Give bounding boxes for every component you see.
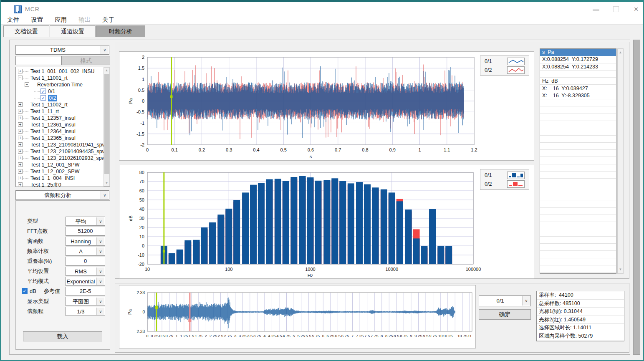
scroll-down-icon[interactable]: ▼ [618,267,623,273]
setting-input-4[interactable]: 0 [66,257,105,266]
load-button[interactable]: 载入 [23,331,102,341]
minimize-button[interactable] [589,5,603,14]
format-button[interactable]: 格式 [62,56,110,65]
tree-item-label: Test 1_1_004_INSI [30,175,75,182]
tree-item[interactable]: −Test 1_11001_rt [16,75,104,81]
checkbox-checked-icon[interactable]: ✓ [40,88,46,94]
selection-info-list: 采样率: 44100总采样数: 485100光标1(绿): 0.31044光标2… [536,291,624,341]
svg-text:1.2: 1.2 [471,147,477,152]
checkbox-checked-icon[interactable]: ✓ [40,95,46,101]
scrollbar-thumb[interactable] [104,74,109,174]
cursor-handle [155,306,158,309]
scroll-up-icon[interactable]: ▲ [618,50,623,56]
tree-item[interactable]: +Test 1_25度0 [16,182,104,187]
main-vertical-scrollbar[interactable] [633,40,640,355]
db-checkbox-checked-icon[interactable]: ✓ [22,288,28,294]
time-waveform-chart[interactable]: 21.510.50-0.5-1-1.5-200.10.20.30.40.50.6… [119,51,534,161]
svg-text:Pa: Pa [127,309,132,315]
expand-icon[interactable]: + [18,102,23,107]
setting-input-1[interactable]: 51200 [66,227,105,236]
setting-select-6[interactable]: Exponential∨ [66,277,105,286]
expand-icon[interactable]: + [18,69,23,73]
setting-select-9[interactable]: 1/3∨ [66,307,105,316]
expand-icon[interactable]: + [18,109,23,114]
tree-item[interactable]: +Test 1_12364_insul [16,128,104,135]
readout-row [540,99,616,106]
setting-input-7[interactable]: 2E-5 [66,287,105,296]
tree-item[interactable]: ✓0/1 [16,88,104,95]
expand-icon[interactable]: + [18,129,23,134]
tree-item[interactable]: ✓0/2 [16,95,104,101]
bar-0/1 [437,246,444,264]
expand-icon[interactable]: + [18,162,23,167]
svg-text:100000: 100000 [466,267,481,272]
tree-item-label: Test 1_11002_rt [30,101,68,108]
tree-item[interactable]: −Reverberation Time [16,81,104,88]
svg-text:2.25: 2.25 [210,333,217,338]
tab-bar: 文档设置通道设置时频分析 [1,25,643,37]
file-tree-scrollbar[interactable]: ▲ ▼ [104,67,110,187]
tree-item[interactable]: +Test 1_123_210908101941_spw [16,141,104,148]
menu-item-文件[interactable]: 文件 [5,15,21,25]
svg-text:5.75: 5.75 [312,333,320,338]
analysis-type-select[interactable]: 倍频程分析 ∨ [15,190,109,200]
tree-item[interactable]: +Test 1_001_001_002_INSU [16,68,104,75]
svg-text:60: 60 [139,188,144,193]
octave-spectrum-chart[interactable]: 80706050403020100-10-2010100100010000100… [119,165,534,279]
setting-select-8[interactable]: 平面图∨ [66,297,105,306]
tree-item[interactable]: +Test 1_12_001_SPW [16,162,104,168]
menu-item-关于[interactable]: 关于 [101,15,116,25]
svg-text:10000: 10000 [385,267,398,272]
tree-item-label: Test 1_11001_rt [30,75,68,81]
scroll-up-icon[interactable]: ▲ [104,68,109,73]
svg-text:0: 0 [146,333,148,338]
setting-label: FFT点数 [27,227,48,236]
expand-icon[interactable]: + [18,176,23,180]
setting-select-3[interactable]: A∨ [66,247,105,256]
expand-icon[interactable]: + [18,149,23,154]
collapse-icon[interactable]: − [25,82,29,87]
tree-item[interactable]: +Test 1_12357_insul [16,115,104,121]
legend-label: 0/1 [485,172,492,178]
setting-label: 显示类型 [27,297,49,306]
tree-item[interactable]: +Test 1_123_210914094435_spw [16,148,104,155]
channel-select[interactable]: 0/1 ∨ [479,295,531,306]
expand-icon[interactable]: + [18,142,23,147]
tree-item[interactable]: +Test 1_11002_rt [16,101,104,108]
expand-icon[interactable]: + [18,122,23,127]
filter-input[interactable] [15,56,62,65]
expand-icon[interactable]: + [18,182,23,187]
tree-item[interactable]: +Test 1_1_004_INSI [16,175,104,182]
full-waveform-chart[interactable]: 00.250.50.7511.251.51.7522.252.52.7533.2… [119,285,476,348]
setting-select-0[interactable]: 平均∨ [66,217,105,226]
tree-item[interactable]: +Test 1_11_rt [16,108,104,115]
menu-bar: 文件设置应用输出关于 [1,13,643,25]
expand-icon[interactable]: + [18,169,23,174]
file-format-select[interactable]: TDMS ∨ [15,45,109,55]
tree-item[interactable]: +Test 1_12_002_SPW [16,168,104,175]
cursor-readout-list[interactable]: s PaX:0.088254 Y:0.172729X:0.088254 Y:0.… [540,48,616,274]
tab-文档设置[interactable]: 文档设置 [3,25,49,37]
menu-item-设置[interactable]: 设置 [29,15,45,25]
menu-item-输出[interactable]: 输出 [77,15,92,25]
setting-select-2[interactable]: Hanning∨ [66,237,105,246]
expand-icon[interactable]: + [18,136,23,140]
scroll-down-icon[interactable]: ▼ [104,180,109,186]
expand-icon[interactable]: + [18,156,23,160]
tab-时频分析[interactable]: 时频分析 [96,25,145,37]
readout-row [540,106,616,114]
tree-item[interactable]: +Test 1_12361_insul [16,121,104,128]
tree-item-label: Test 1_12_001_SPW [30,162,79,168]
tab-通道设置[interactable]: 通道设置 [50,25,96,37]
readout-row [540,244,616,251]
svg-text:1.25: 1.25 [180,333,188,338]
collapse-icon[interactable]: − [18,76,23,80]
setting-select-5[interactable]: RMS∨ [66,267,105,276]
maximize-button[interactable] [609,5,623,14]
tree-item[interactable]: +Test 1_12365_insul [16,135,104,141]
tree-item[interactable]: +Test 1_123_211026102932_spw [16,155,104,162]
expand-icon[interactable]: + [18,116,23,120]
readout-scrollbar[interactable]: ▲ ▼ [617,48,624,274]
menu-item-应用[interactable]: 应用 [53,15,68,25]
confirm-button[interactable]: 确定 [479,309,531,320]
